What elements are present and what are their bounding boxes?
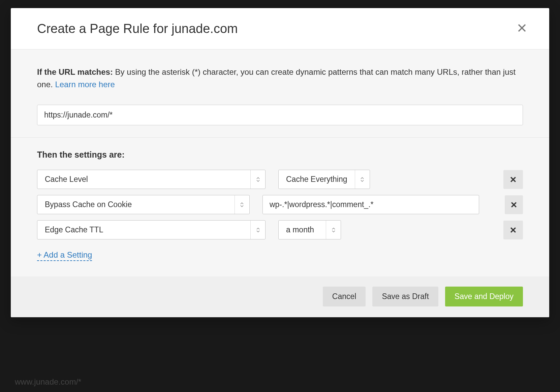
setting-row: Cache Level Cache Everything: [37, 170, 523, 189]
add-setting-link[interactable]: + Add a Setting: [37, 250, 92, 261]
setting-name-text: Bypass Cache on Cookie: [37, 195, 235, 214]
url-pattern-input[interactable]: [37, 105, 523, 125]
setting-name-select[interactable]: Bypass Cache on Cookie: [37, 195, 250, 214]
settings-section: Then the settings are: Cache Level Cache…: [11, 138, 549, 276]
settings-label: Then the settings are:: [37, 150, 523, 160]
setting-value-text: Cache Everything: [279, 170, 355, 189]
remove-setting-button[interactable]: [505, 195, 523, 214]
setting-value-select[interactable]: Cache Everything: [278, 170, 370, 189]
modal-footer: Cancel Save as Draft Save and Deploy: [11, 276, 549, 317]
setting-name-text: Cache Level: [37, 170, 250, 189]
setting-value-select[interactable]: a month: [278, 220, 341, 239]
setting-name-select[interactable]: Cache Level: [37, 170, 266, 189]
modal-title: Create a Page Rule for junade.com: [37, 22, 238, 36]
remove-setting-button[interactable]: [503, 221, 523, 239]
select-arrows-icon: [250, 221, 265, 239]
setting-row: Bypass Cache on Cookie: [37, 195, 523, 214]
save-deploy-button[interactable]: Save and Deploy: [445, 287, 523, 306]
select-arrows-icon: [326, 221, 341, 239]
select-arrows-icon: [355, 170, 370, 189]
close-icon: [517, 23, 527, 33]
modal-body: If the URL matches: By using the asteris…: [11, 50, 549, 276]
setting-name-select[interactable]: Edge Cache TTL: [37, 220, 266, 239]
remove-icon: [509, 226, 517, 234]
url-description: If the URL matches: By using the asteris…: [37, 66, 523, 91]
save-draft-button[interactable]: Save as Draft: [372, 287, 438, 306]
setting-value-text: a month: [279, 221, 326, 239]
remove-setting-button[interactable]: [503, 170, 523, 189]
modal-header: Create a Page Rule for junade.com: [11, 8, 549, 50]
select-arrows-icon: [235, 195, 249, 214]
close-button[interactable]: [515, 21, 529, 36]
remove-icon: [509, 175, 517, 184]
cancel-button[interactable]: Cancel: [323, 287, 366, 306]
setting-name-text: Edge Cache TTL: [37, 221, 250, 239]
select-arrows-icon: [250, 170, 265, 189]
url-match-section: If the URL matches: By using the asteris…: [11, 50, 549, 138]
setting-row: Edge Cache TTL a month: [37, 220, 523, 239]
learn-more-link[interactable]: Learn more here: [55, 80, 115, 89]
bg-url-text: www.junade.com/*: [15, 377, 81, 387]
page-rule-modal: Create a Page Rule for junade.com If the…: [11, 8, 549, 317]
remove-icon: [510, 201, 518, 209]
url-label-prefix: If the URL matches:: [37, 67, 113, 76]
setting-value-input[interactable]: [262, 195, 479, 214]
